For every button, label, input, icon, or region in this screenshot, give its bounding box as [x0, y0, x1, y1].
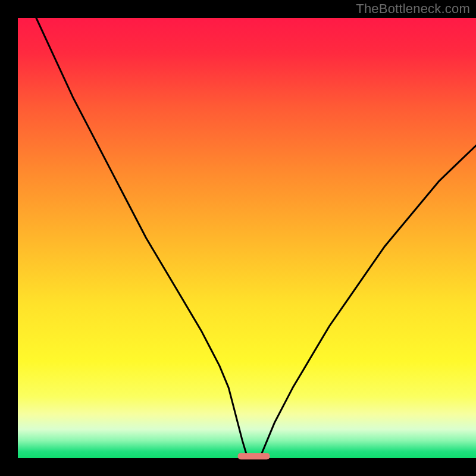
- chart-frame: TheBottleneck.com: [0, 0, 476, 476]
- plot-background: [18, 18, 476, 458]
- bottleneck-chart: [0, 0, 476, 476]
- watermark-text: TheBottleneck.com: [356, 1, 470, 17]
- optimal-marker: [238, 453, 270, 459]
